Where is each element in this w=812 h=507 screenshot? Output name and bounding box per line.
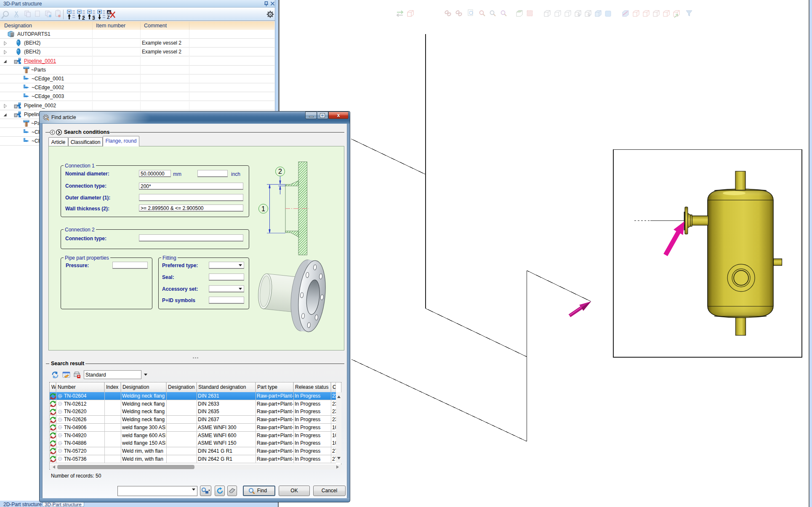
svg-text:A: A — [107, 11, 110, 15]
svg-text:Z: Z — [107, 15, 110, 20]
svg-text:2: 2 — [82, 15, 85, 21]
svg-text:Q: Q — [578, 13, 580, 16]
svg-text:2: 2 — [278, 168, 282, 175]
svg-text:1: 1 — [261, 205, 265, 212]
svg-text:Q: Q — [588, 13, 590, 16]
svg-text:3: 3 — [92, 15, 95, 21]
